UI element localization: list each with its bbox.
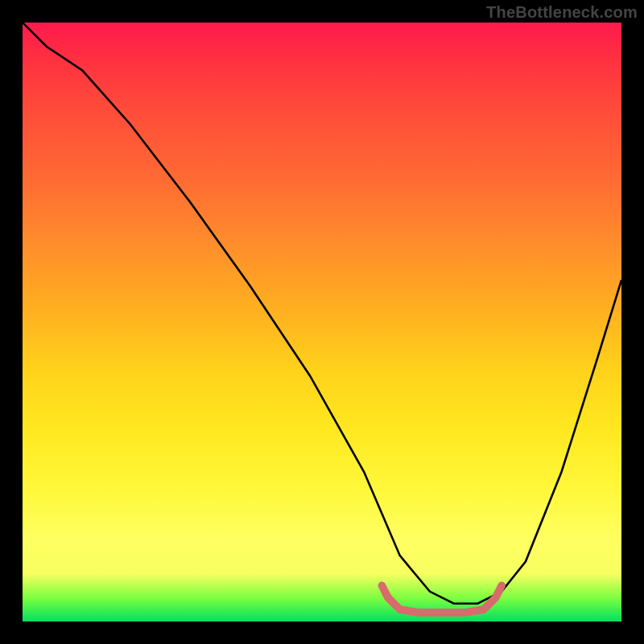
curve-svg xyxy=(23,23,621,621)
optimum-marker xyxy=(382,585,502,612)
watermark-text: TheBottleneck.com xyxy=(486,3,638,22)
chart-frame: TheBottleneck.com xyxy=(0,0,644,644)
plot-area xyxy=(23,23,621,621)
bottleneck-curve xyxy=(23,23,621,604)
